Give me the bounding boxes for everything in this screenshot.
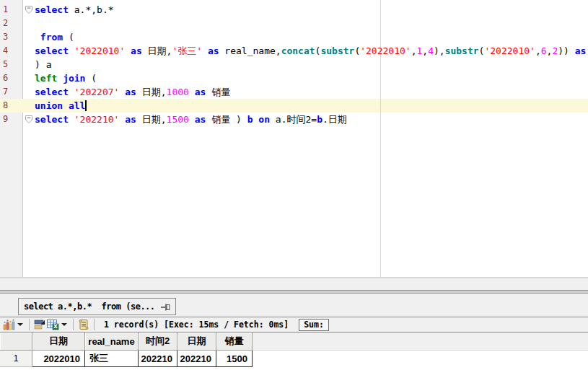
grid-header-row: 日期real_name时间2日期销量: [0, 333, 588, 351]
code-lines[interactable]: 1select a.*,b.*23 from (4select '2022010…: [0, 0, 588, 126]
toolbar-separator: [94, 319, 95, 330]
sum-button[interactable]: Sum:: [299, 319, 329, 331]
fold-column: [23, 44, 35, 58]
grid-column-header-1[interactable]: real_name: [85, 333, 139, 351]
fold-column: [23, 58, 35, 71]
record-count-status: 1 record(s) [Exec: 15ms / Fetch: 0ms]: [104, 320, 289, 330]
code-text[interactable]: union all: [35, 99, 588, 113]
line-number: 7: [0, 85, 23, 99]
code-line-5[interactable]: 5) a: [0, 58, 588, 71]
grid-cell[interactable]: 1500: [216, 351, 253, 367]
code-line-2[interactable]: 2: [0, 17, 588, 30]
sql-client-window: 1select a.*,b.*23 from (4select '2022010…: [0, 0, 588, 383]
line-number: 8: [0, 99, 23, 113]
chart-icon[interactable]: [2, 319, 15, 330]
fold-marker-icon[interactable]: [23, 3, 35, 17]
code-text[interactable]: select '2022010' as 日期,'张三' as real_name…: [35, 44, 588, 58]
toolbar-separator: [29, 319, 30, 330]
grid-column-header-3[interactable]: 日期: [177, 333, 216, 351]
code-text[interactable]: select a.*,b.*: [35, 3, 588, 17]
text-cursor: [85, 100, 87, 111]
code-line-3[interactable]: 3 from (: [0, 30, 588, 44]
code-text[interactable]: select '202207' as 日期,1000 as 销量: [35, 85, 588, 99]
form-view-icon[interactable]: [33, 319, 46, 330]
line-number: 1: [0, 3, 23, 17]
code-line-7[interactable]: 7select '202207' as 日期,1000 as 销量: [0, 85, 588, 99]
fold-column: [23, 99, 35, 113]
results-toolbar: X 1 record(s) [Exec: 15ms / Fetch: 0ms] …: [0, 317, 588, 333]
grid-header-filler: [253, 333, 588, 351]
scroll-icon[interactable]: [77, 319, 90, 330]
line-number: 9: [0, 113, 23, 126]
line-number: 3: [0, 30, 23, 44]
line-number: 4: [0, 44, 23, 58]
code-text[interactable]: left join (: [35, 71, 588, 85]
grid-cell[interactable]: 202210: [139, 351, 177, 367]
code-line-4[interactable]: 4select '2022010' as 日期,'张三' as real_nam…: [0, 44, 588, 58]
pin-icon[interactable]: [160, 302, 170, 312]
fold-column: [23, 30, 35, 44]
bottom-filler: [0, 367, 588, 382]
export-excel-icon[interactable]: X: [46, 319, 59, 330]
result-tab[interactable]: select a.*,b.* from (se...: [18, 298, 176, 315]
caret-down-icon[interactable]: [17, 319, 24, 330]
grid-cell[interactable]: 202210: [177, 351, 216, 367]
svg-text:X: X: [53, 323, 58, 330]
code-line-1[interactable]: 1select a.*,b.*: [0, 3, 588, 17]
code-line-8[interactable]: 8union all: [0, 99, 588, 113]
grid-data-row: 12022010张三2022102022101500: [0, 351, 588, 367]
editor-hscrollbar[interactable]: [0, 278, 588, 290]
code-text[interactable]: ) a: [35, 58, 588, 71]
grid-column-header-4[interactable]: 销量: [216, 333, 253, 351]
code-text[interactable]: select '202210' as 日期,1500 as 销量 ) b on …: [35, 113, 588, 126]
sql-editor[interactable]: 1select a.*,b.*23 from (4select '2022010…: [0, 0, 588, 278]
grid-cell[interactable]: 张三: [85, 351, 139, 367]
line-number: 5: [0, 58, 23, 71]
results-tab-bar: select a.*,b.* from (se...: [0, 294, 588, 317]
grid-row-number[interactable]: 1: [0, 351, 32, 367]
grid-row-filler: [253, 351, 588, 367]
grid-cell[interactable]: 2022010: [32, 351, 85, 367]
grid-corner-cell[interactable]: [0, 333, 32, 351]
fold-column: [23, 85, 35, 99]
caret-down-icon[interactable]: [61, 319, 68, 330]
fold-column: [23, 17, 35, 30]
code-line-9[interactable]: 9select '202210' as 日期,1500 as 销量 ) b on…: [0, 113, 588, 126]
toolbar-separator: [73, 319, 74, 330]
code-line-6[interactable]: 6left join (: [0, 71, 588, 85]
grid-column-header-0[interactable]: 日期: [32, 333, 85, 351]
result-tab-label: select a.*,b.* from (se...: [24, 301, 155, 312]
line-number: 2: [0, 17, 23, 30]
line-number: 6: [0, 71, 23, 85]
fold-marker-icon[interactable]: [23, 113, 35, 126]
results-grid: 日期real_name时间2日期销量 12022010张三20221020221…: [0, 333, 588, 367]
code-text[interactable]: [35, 17, 588, 30]
grid-column-header-2[interactable]: 时间2: [139, 333, 177, 351]
fold-column: [23, 71, 35, 85]
code-text[interactable]: from (: [35, 30, 588, 44]
